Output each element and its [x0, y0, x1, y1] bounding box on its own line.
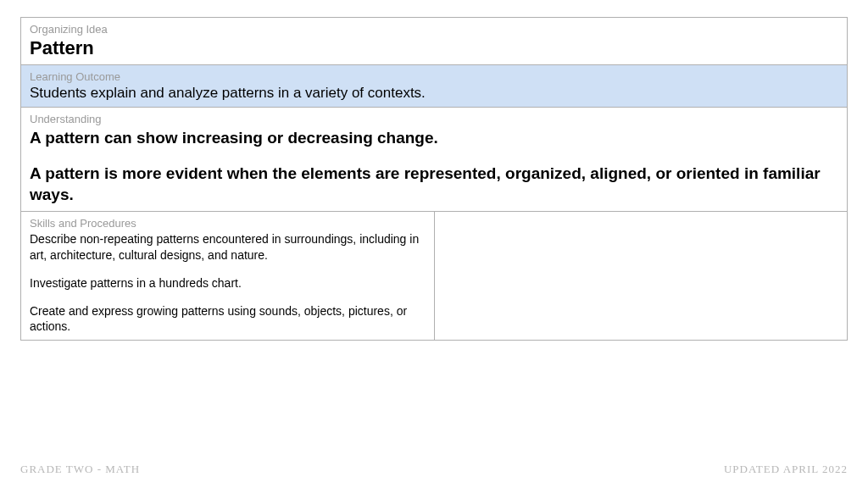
learning-outcome-section: Learning Outcome Students explain and an… [21, 65, 847, 108]
understanding-content: A pattern can show increasing or decreas… [30, 127, 838, 206]
skills-content: Describe non-repeating patterns encounte… [30, 231, 426, 335]
skills-paragraph: Describe non-repeating patterns encounte… [30, 231, 426, 263]
skills-paragraph: Investigate patterns in a hundreds chart… [30, 275, 426, 291]
footer-right: UPDATED APRIL 2022 [724, 463, 848, 476]
understanding-label: Understanding [30, 113, 838, 125]
skills-cell-right [435, 212, 848, 340]
footer: GRADE TWO - MATH UPDATED APRIL 2022 [20, 463, 848, 476]
organizing-idea-label: Organizing Idea [30, 23, 838, 36]
understanding-section: Understanding A pattern can show increas… [21, 108, 847, 212]
skills-label: Skills and Procedures [30, 217, 426, 230]
skills-row: Skills and Procedures Describe non-repea… [21, 212, 847, 340]
understanding-paragraph: A pattern can show increasing or decreas… [30, 127, 838, 149]
curriculum-table: Organizing Idea Pattern Learning Outcome… [20, 17, 848, 341]
learning-outcome-label: Learning Outcome [30, 70, 838, 83]
understanding-paragraph: A pattern is more evident when the eleme… [30, 163, 838, 206]
organizing-idea-section: Organizing Idea Pattern [21, 18, 847, 65]
footer-left: GRADE TWO - MATH [20, 463, 140, 476]
organizing-idea-value: Pattern [30, 37, 838, 59]
learning-outcome-value: Students explain and analyze patterns in… [30, 85, 838, 102]
skills-cell-left: Skills and Procedures Describe non-repea… [21, 212, 435, 340]
skills-paragraph: Create and express growing patterns usin… [30, 303, 426, 336]
